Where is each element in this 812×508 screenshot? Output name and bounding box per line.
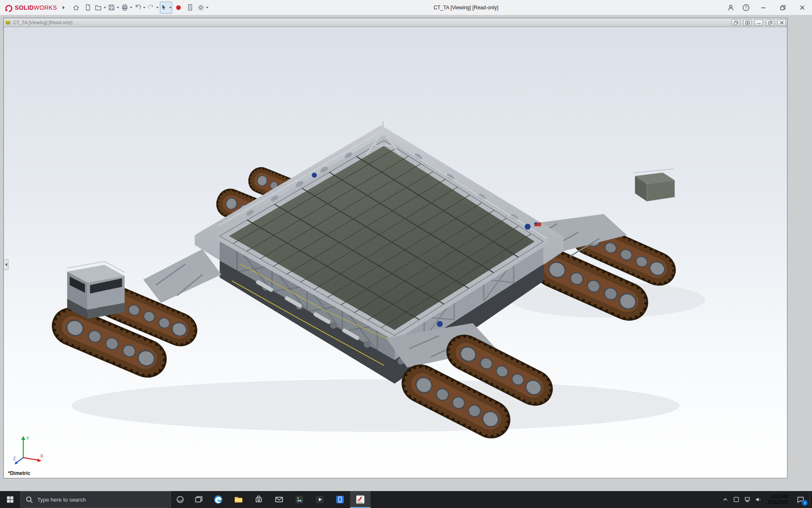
redo-button[interactable] <box>147 2 159 14</box>
toolbar-expand-button[interactable] <box>58 2 69 14</box>
file-explorer-button[interactable] <box>228 491 249 508</box>
notification-badge: 2 <box>802 500 808 506</box>
orientation-triad: Y X Z <box>12 432 49 469</box>
options-button[interactable] <box>197 2 209 14</box>
chevron-up-icon <box>722 496 729 503</box>
file-properties-button[interactable] <box>185 2 196 14</box>
dropdown-arrow-icon <box>206 7 208 8</box>
clock-date: 2/16/2021 <box>768 500 788 505</box>
doc-close-button[interactable] <box>777 19 786 26</box>
triad-x-label: X <box>40 453 44 458</box>
help-button[interactable]: ? <box>738 0 754 15</box>
rear-cab <box>633 169 675 202</box>
new-document-button[interactable] <box>82 2 93 14</box>
new-document-icon <box>84 4 92 11</box>
minimize-icon <box>757 21 761 25</box>
user-account-button[interactable] <box>723 0 738 15</box>
close-icon <box>799 4 806 11</box>
chevron-right-icon <box>61 6 66 10</box>
titlebar-right-controls: ? <box>723 0 812 15</box>
main-toolbar <box>71 2 209 14</box>
open-button[interactable] <box>94 2 107 14</box>
network-button[interactable] <box>742 491 753 508</box>
search-icon <box>26 496 33 503</box>
red-status-button[interactable] <box>173 2 184 14</box>
document-title: CT_TA [Viewing] [Read-only] <box>13 20 72 25</box>
undo-arrow-icon <box>134 4 142 11</box>
red-dot-icon <box>175 4 182 11</box>
solidworks-taskbar-button[interactable]: 2021 <box>350 491 370 508</box>
start-button[interactable] <box>0 491 20 508</box>
save-icon <box>108 4 115 11</box>
restore-icon <box>768 21 773 25</box>
minimize-icon <box>760 4 767 11</box>
svg-text:?: ? <box>745 5 747 10</box>
movies-tv-button[interactable] <box>310 491 330 508</box>
taskbar-search[interactable]: Type here to search <box>20 491 171 508</box>
volume-button[interactable] <box>753 491 764 508</box>
photos-button[interactable] <box>289 491 310 508</box>
brand-solid: SOLID <box>15 4 34 11</box>
doc-restore-button[interactable] <box>766 19 774 26</box>
search-placeholder: Type here to search <box>37 497 86 503</box>
person-icon <box>727 4 735 11</box>
save-button[interactable] <box>107 2 120 14</box>
solidworks-logo: SOLIDWORKS <box>4 3 57 12</box>
doc-minimize-button[interactable] <box>754 19 763 26</box>
movies-play-icon <box>315 494 325 505</box>
action-center-button[interactable]: 2 <box>792 491 809 508</box>
tile-windows-icon <box>745 21 750 25</box>
dassault-3ds-icon <box>4 3 13 12</box>
crawler-transporter-model[interactable] <box>4 27 787 478</box>
show-desktop-button[interactable] <box>809 491 812 508</box>
restore-button[interactable] <box>773 0 793 15</box>
mail-envelope-icon <box>274 494 284 505</box>
clock-time: 4:02 PM <box>771 494 788 500</box>
assembly-cube-icon <box>5 19 11 25</box>
solidworks-window: SOLIDWORKS <box>0 0 812 508</box>
panel-splitter-handle[interactable] <box>4 259 8 270</box>
edge-browser-icon <box>213 494 223 505</box>
taskbar-clock[interactable]: 4:02 PM 2/16/2021 <box>764 491 792 508</box>
gear-icon <box>197 4 205 11</box>
minimize-button[interactable] <box>754 0 773 15</box>
task-view-button[interactable] <box>189 491 208 508</box>
dropdown-arrow-icon <box>104 7 106 8</box>
tile-windows-button[interactable] <box>743 19 752 26</box>
volume-icon <box>754 496 762 503</box>
triad-z-label: Z <box>13 456 16 461</box>
edge-browser-button[interactable] <box>208 491 228 508</box>
cascade-windows-button[interactable] <box>732 19 740 26</box>
close-button[interactable] <box>793 0 812 15</box>
windows-taskbar: Type here to search <box>0 491 812 508</box>
store-bag-icon <box>254 494 264 505</box>
app-workspace: CT_TA [Viewing] [Read-only] <box>0 15 812 491</box>
dropdown-arrow-icon <box>156 7 159 8</box>
tray-app-button[interactable] <box>731 491 742 508</box>
mail-button[interactable] <box>269 491 289 508</box>
undo-button[interactable] <box>134 2 146 14</box>
chevron-left-icon <box>5 263 7 266</box>
hidden-icons-button[interactable] <box>720 491 731 508</box>
track-pair-front-left <box>46 249 222 384</box>
solidworks-app-icon: 2021 <box>355 494 365 505</box>
microsoft-store-button[interactable] <box>249 491 269 508</box>
cortana-button[interactable] <box>171 491 189 508</box>
your-phone-button[interactable] <box>330 491 350 508</box>
network-icon <box>743 496 751 503</box>
select-cursor-icon <box>160 4 168 11</box>
triad-y-label: Y <box>26 436 30 441</box>
select-tool-button[interactable] <box>160 2 172 14</box>
task-view-icon <box>195 495 203 504</box>
home-button[interactable] <box>71 2 82 14</box>
svg-text:2021: 2021 <box>358 501 363 504</box>
app-titlebar[interactable]: SOLIDWORKS <box>0 0 812 15</box>
dropdown-arrow-icon <box>117 7 119 8</box>
viewport-3d[interactable]: Y X Z *Dimetric <box>4 27 787 478</box>
system-tray: 4:02 PM 2/16/2021 2 <box>720 491 812 508</box>
cascade-windows-icon <box>734 21 738 25</box>
view-orientation-label: *Dimetric <box>8 470 30 476</box>
dropdown-arrow-icon <box>130 7 132 8</box>
print-button[interactable] <box>121 2 133 14</box>
document-titlebar[interactable]: CT_TA [Viewing] [Read-only] <box>4 18 787 27</box>
